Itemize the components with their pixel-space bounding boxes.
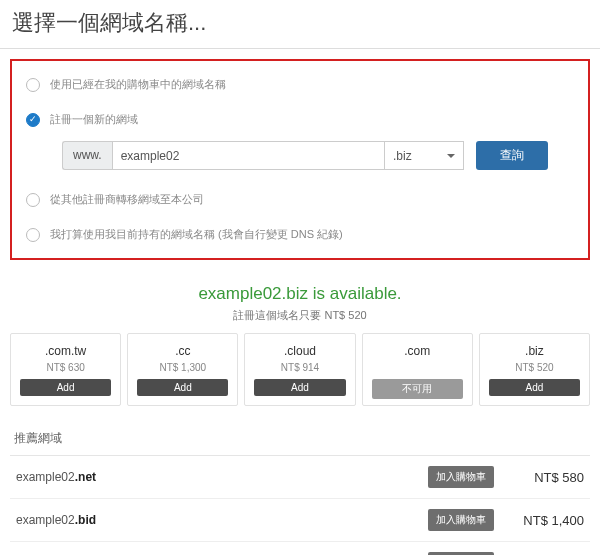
option-label: 我打算使用我目前持有的網域名稱 (我會自行變更 DNS 紀錄) — [50, 227, 343, 242]
suggestion-price — [416, 362, 419, 373]
option-label: 註冊一個新的網域 — [50, 112, 138, 127]
option-register-new[interactable]: 註冊一個新的網域 — [12, 102, 588, 137]
radio-icon — [26, 193, 40, 207]
availability-block: example02.biz is available. 註冊這個域名只要 NT$… — [0, 270, 600, 333]
recommend-title: 推薦網域 — [10, 420, 590, 456]
radio-icon — [26, 228, 40, 242]
suggestion-tld: .com.tw — [45, 344, 86, 358]
radio-icon — [26, 78, 40, 92]
tld-select[interactable]: .biz — [384, 141, 464, 170]
domain-input[interactable] — [112, 141, 384, 170]
option-use-existing[interactable]: 使用已經在我的購物車中的網域名稱 — [12, 67, 588, 102]
unavailable-button: 不可用 — [372, 379, 463, 399]
recommend-row: example02.net加入購物車NT$ 580 — [10, 456, 590, 499]
suggestion-tld: .cc — [175, 344, 190, 358]
tld-suggestion-card: .com.twNT$ 630Add — [10, 333, 121, 406]
domain-search-row: www. .biz 查詢 — [12, 137, 588, 182]
domain-option-panel: 使用已經在我的購物車中的網域名稱 註冊一個新的網域 www. .biz 查詢 從… — [10, 59, 590, 260]
tld-suggestion-card: .cloudNT$ 914Add — [244, 333, 355, 406]
add-button[interactable]: Add — [20, 379, 111, 396]
availability-domain: example02.biz — [198, 284, 308, 303]
recommend-actions: 加入購物車NT$ 1,400 — [428, 509, 584, 531]
add-to-cart-button[interactable]: 加入購物車 — [428, 466, 494, 488]
add-button[interactable]: Add — [137, 379, 228, 396]
recommend-domain: example02.net — [16, 470, 96, 484]
tld-suggestion-card: .com 不可用 — [362, 333, 473, 406]
query-button[interactable]: 查詢 — [476, 141, 548, 170]
option-use-own[interactable]: 我打算使用我目前持有的網域名稱 (我會自行變更 DNS 紀錄) — [12, 217, 588, 252]
add-to-cart-button[interactable]: 加入購物車 — [428, 509, 494, 531]
suggestion-price: NT$ 914 — [281, 362, 319, 373]
option-transfer[interactable]: 從其他註冊商轉移網域至本公司 — [12, 182, 588, 217]
option-label: 使用已經在我的購物車中的網域名稱 — [50, 77, 226, 92]
recommend-row: example-02.com加入購物車NT$ 320 — [10, 542, 590, 555]
add-button[interactable]: Add — [489, 379, 580, 396]
option-label: 從其他註冊商轉移網域至本公司 — [50, 192, 204, 207]
suggestion-tld: .com — [404, 344, 430, 358]
recommend-actions: 加入購物車NT$ 580 — [428, 466, 584, 488]
recommend-section: 推薦網域 example02.net加入購物車NT$ 580example02.… — [0, 420, 600, 555]
page-title: 選擇一個網域名稱... — [0, 0, 600, 49]
domain-prefix: www. — [62, 141, 112, 170]
tld-suggestion-card: .bizNT$ 520Add — [479, 333, 590, 406]
suggestion-tld: .biz — [525, 344, 544, 358]
availability-sub: 註冊這個域名只要 NT$ 520 — [0, 308, 600, 323]
recommend-row: example02.bid加入購物車NT$ 1,400 — [10, 499, 590, 542]
suggestion-tld: .cloud — [284, 344, 316, 358]
availability-status: is available. — [313, 284, 402, 303]
suggestion-price: NT$ 520 — [515, 362, 553, 373]
suggestion-price: NT$ 1,300 — [159, 362, 206, 373]
tld-suggestion-card: .ccNT$ 1,300Add — [127, 333, 238, 406]
availability-text: example02.biz is available. — [0, 284, 600, 304]
add-button[interactable]: Add — [254, 379, 345, 396]
radio-icon-checked — [26, 113, 40, 127]
recommend-price: NT$ 580 — [512, 470, 584, 485]
recommend-price: NT$ 1,400 — [512, 513, 584, 528]
tld-suggestion-row: .com.twNT$ 630Add.ccNT$ 1,300Add.cloudNT… — [0, 333, 600, 420]
recommend-list: example02.net加入購物車NT$ 580example02.bid加入… — [10, 456, 590, 555]
recommend-domain: example02.bid — [16, 513, 96, 527]
suggestion-price: NT$ 630 — [46, 362, 84, 373]
tld-selected-label: .biz — [393, 149, 412, 163]
